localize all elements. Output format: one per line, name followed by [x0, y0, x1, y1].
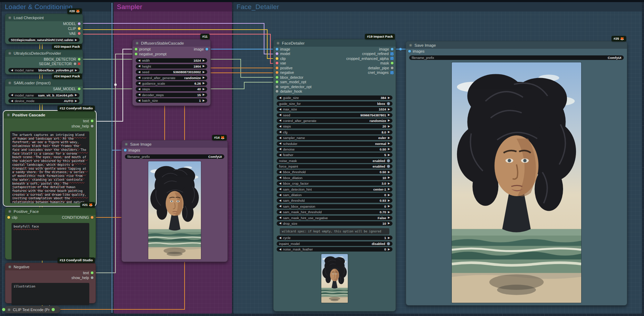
widget-force_inpaint[interactable]: force_inpaintenabled: [277, 164, 392, 169]
collapse-dot-icon[interactable]: [8, 210, 11, 213]
group-title-bar[interactable]: Loader & Conditioning: [2, 2, 111, 11]
widget-noise_mask[interactable]: noise_maskenabled: [277, 159, 392, 163]
widget-sam_mask_hint_threshold[interactable]: ◀sam_mask_hint_threshold0.70▶: [277, 210, 392, 214]
output-dot[interactable]: [91, 271, 93, 274]
decrement-arrow-icon[interactable]: ◀: [279, 211, 281, 214]
node-positive-face[interactable]: #21 🦊Positive_FaceclipCONDITIONINGbeatyf…: [5, 207, 96, 260]
increment-arrow-icon[interactable]: ▶: [388, 137, 390, 139]
input-dot[interactable]: [276, 90, 278, 93]
input-dot[interactable]: [276, 62, 278, 64]
output-slot-mask[interactable]: mask: [380, 61, 394, 65]
widget-sampler_name[interactable]: ◀sampler_nameeuler▶: [277, 136, 392, 140]
output-slot-SEGM_DETECTOR[interactable]: SEGM_DETECTOR✖: [39, 62, 81, 66]
widget-height[interactable]: ◀height1904▶: [136, 64, 207, 69]
widget-sam_bbox_expansion[interactable]: ◀sam_bbox_expansion0▶: [277, 204, 392, 209]
input-dot[interactable]: [135, 53, 137, 55]
increment-arrow-icon[interactable]: ▶: [203, 93, 205, 96]
decrement-arrow-icon[interactable]: ◀: [138, 76, 140, 79]
increment-arrow-icon[interactable]: ▶: [388, 205, 390, 208]
input-dot[interactable]: [135, 48, 137, 51]
input-slot-prompt[interactable]: prompt: [135, 47, 151, 51]
output-slot-show_help[interactable]: show_help: [72, 124, 93, 128]
decrement-arrow-icon[interactable]: ◀: [279, 171, 281, 174]
widget-feather[interactable]: ◀feather5▶: [277, 153, 392, 157]
widget-filename_prefix[interactable]: filename_prefixComfyUI: [409, 55, 624, 60]
widget-max_size[interactable]: ◀max_size1024▶: [277, 107, 392, 111]
decrement-arrow-icon[interactable]: ◀: [279, 108, 281, 111]
output-slot-MODEL[interactable]: MODEL: [63, 22, 81, 26]
collapsed-input-dot[interactable]: [2, 308, 5, 311]
output-dot[interactable]: [91, 125, 93, 128]
widget-seed[interactable]: ◀seed536080873010002▶: [136, 70, 207, 74]
increment-arrow-icon[interactable]: ▶: [388, 222, 390, 225]
widget-model_name[interactable]: ◀model_namesam_vit_b_01ec64.pth▶: [8, 93, 80, 98]
increment-arrow-icon[interactable]: ▶: [388, 237, 390, 239]
input-slot-vae[interactable]: vae: [276, 61, 286, 65]
widget-guide_size[interactable]: ◀guide_size384▶: [277, 95, 392, 100]
output-slot-SAM_MODEL[interactable]: SAM_MODEL: [53, 87, 81, 91]
decrement-arrow-icon[interactable]: ◀: [279, 199, 281, 202]
output-slot-image[interactable]: image: [379, 47, 394, 51]
widget-device_mode[interactable]: ◀device_modeAUTO▶: [8, 99, 80, 103]
wildcard-note[interactable]: wildcard spec: if kept empty, this optio…: [280, 228, 389, 234]
node-ultralytics-detector-provider[interactable]: #23 Impact PackUltralyticsDetectorProvid…: [5, 49, 83, 75]
collapse-dot-icon[interactable]: [277, 42, 279, 45]
toggle-dot[interactable]: [387, 102, 390, 105]
output-slot-CLIP[interactable]: CLIP: [68, 26, 81, 31]
decrement-arrow-icon[interactable]: ◀: [279, 216, 281, 219]
output-dot[interactable]: [78, 87, 81, 90]
decrement-arrow-icon[interactable]: ◀: [279, 188, 281, 191]
input-slot-images[interactable]: images: [124, 148, 140, 152]
node-title-bar[interactable]: SAMLoader (Impact): [5, 79, 83, 86]
increment-arrow-icon[interactable]: ▶: [388, 188, 390, 191]
node-diffusers-stable-cascade[interactable]: #11DiffusersStableCascadepromptimagenega…: [132, 39, 211, 106]
widget-cycle[interactable]: ◀cycle1▶: [277, 236, 392, 240]
output-dot[interactable]: [391, 48, 394, 51]
node-title-bar[interactable]: Save Image: [406, 41, 627, 49]
decrement-arrow-icon[interactable]: ◀: [138, 71, 140, 74]
decrement-arrow-icon[interactable]: ◀: [279, 248, 281, 251]
input-dot[interactable]: [7, 216, 10, 219]
widget-decoder_steps[interactable]: ◀decoder_steps15▶: [136, 93, 207, 97]
increment-arrow-icon[interactable]: ▶: [388, 131, 390, 133]
increment-arrow-icon[interactable]: ▶: [388, 97, 390, 99]
widget-filename_prefix[interactable]: filename_prefixComfyUI: [125, 154, 224, 159]
widget-sam_detection_hint[interactable]: ◀sam_detection_hintcenter-1▶: [277, 187, 392, 192]
output-dot[interactable]: [78, 58, 81, 61]
output-dot[interactable]: [205, 48, 208, 51]
increment-arrow-icon[interactable]: ▶: [203, 71, 205, 74]
prompt-textarea[interactable]: The artwork captures an intriguing blend…: [10, 131, 89, 203]
output-slot-cropped_enhanced_alpha[interactable]: cropped_enhanced_alpha: [346, 56, 394, 61]
collapse-dot-icon[interactable]: [7, 114, 10, 116]
output-slot-show_help[interactable]: show_help: [72, 276, 93, 280]
increment-arrow-icon[interactable]: ▶: [388, 171, 390, 174]
output-slot-text[interactable]: text: [83, 271, 93, 275]
input-slot-positive[interactable]: positive: [276, 66, 293, 70]
decrement-arrow-icon[interactable]: ◀: [138, 93, 140, 96]
increment-arrow-icon[interactable]: ▶: [203, 65, 205, 68]
decrement-arrow-icon[interactable]: ◀: [279, 154, 281, 156]
input-slot-clip[interactable]: clip: [276, 56, 286, 61]
input-slot-image[interactable]: image: [276, 47, 290, 51]
collapse-dot-icon[interactable]: [136, 42, 138, 45]
output-dot[interactable]: [391, 67, 394, 69]
decrement-arrow-icon[interactable]: ◀: [11, 100, 13, 102]
increment-arrow-icon[interactable]: ▶: [388, 114, 390, 116]
widget-ckpt_name[interactable]: SD15\epicrealism_naturalSinRC1VAE.safete…: [8, 38, 80, 42]
increment-arrow-icon[interactable]: ▶: [388, 154, 390, 156]
widget-control_after_generate[interactable]: ◀control_after_generaterandomize▶: [136, 76, 207, 80]
widget-sam_threshold[interactable]: ◀sam_threshold0.93▶: [277, 198, 392, 203]
decrement-arrow-icon[interactable]: ◀: [279, 237, 281, 239]
decrement-arrow-icon[interactable]: ◀: [279, 114, 281, 116]
widget-denoise[interactable]: ◀denoise0.50▶: [277, 147, 392, 152]
group-title-bar[interactable]: Sampler: [114, 2, 232, 11]
decrement-arrow-icon[interactable]: ◀: [279, 176, 281, 179]
output-dot[interactable]: [91, 276, 93, 279]
widget-control_after_generate[interactable]: ◀control_after_generaterandomize▶: [277, 118, 392, 123]
output-slot-image[interactable]: image: [194, 47, 208, 51]
collapse-dot-icon[interactable]: [8, 265, 11, 268]
increment-arrow-icon[interactable]: ▶: [203, 82, 205, 85]
increment-arrow-icon[interactable]: ▶: [388, 194, 390, 196]
widget-width[interactable]: ◀width1024▶: [136, 58, 207, 63]
increment-arrow-icon[interactable]: ▶: [388, 108, 390, 111]
